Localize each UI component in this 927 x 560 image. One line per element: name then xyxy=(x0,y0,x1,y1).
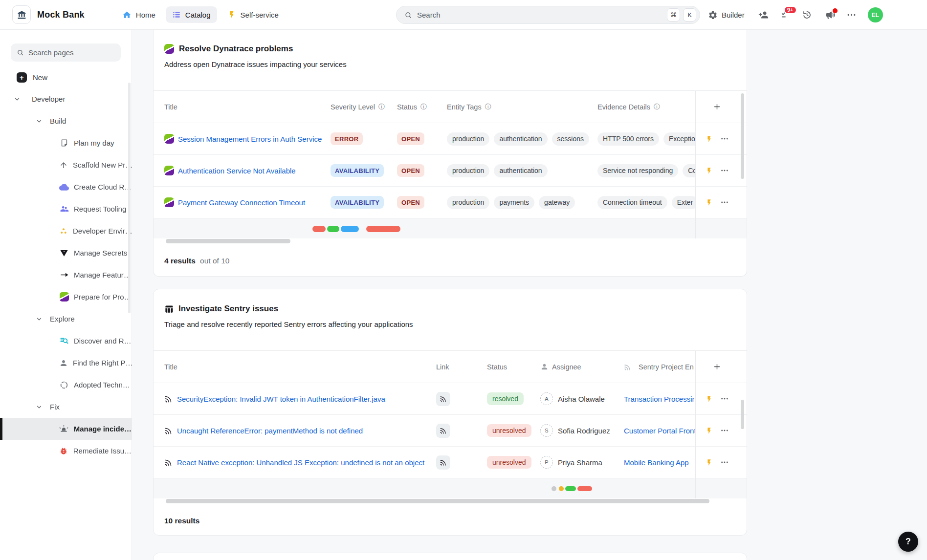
history-icon[interactable] xyxy=(802,10,812,20)
add-column-button[interactable] xyxy=(713,363,721,371)
sidebar-search[interactable] xyxy=(11,43,121,62)
nav-catalog[interactable]: Catalog xyxy=(166,6,217,23)
sidebar-scrollbar[interactable] xyxy=(128,83,131,313)
table-row[interactable]: React Native exception: Unhandled JS Exc… xyxy=(154,446,747,478)
col-entity-tags[interactable]: Entity Tags xyxy=(447,103,482,111)
run-action-bolt-icon[interactable] xyxy=(706,135,713,143)
status-badge: resolved xyxy=(487,392,524,405)
row-more-icon[interactable] xyxy=(721,458,728,466)
evidence-tag: Exter xyxy=(672,196,695,209)
sidebar-group-explore[interactable]: Explore xyxy=(0,308,132,330)
row-more-icon[interactable] xyxy=(721,198,728,206)
project-link[interactable]: Mobile Banking App xyxy=(624,458,689,467)
person-icon xyxy=(540,363,549,371)
table-row[interactable]: Uncaught ReferenceError: paymentMethod i… xyxy=(154,414,747,446)
sidebar-item-plan-my-day[interactable]: Plan my day xyxy=(0,132,132,154)
sidebar-search-input[interactable] xyxy=(28,48,126,57)
sidebar-item-manage-features[interactable]: Manage Featur… xyxy=(0,264,132,286)
col-link[interactable]: Link xyxy=(436,363,449,371)
col-evidence[interactable]: Evidence Details xyxy=(597,103,650,111)
status-badge: OPEN xyxy=(397,164,424,177)
more-menu-icon[interactable] xyxy=(847,10,856,20)
builder-button[interactable]: Builder xyxy=(708,10,745,20)
run-action-bolt-icon[interactable] xyxy=(706,395,713,403)
col-status[interactable]: Status xyxy=(487,363,507,371)
table-row[interactable]: Session Management Errors in Auth Servic… xyxy=(154,123,747,154)
table-row[interactable]: Authentication Service Not Available AVA… xyxy=(154,154,747,186)
arrow-up-icon xyxy=(59,161,68,170)
sidebar-item-create-cloud[interactable]: Create Cloud R… xyxy=(0,176,132,198)
vertical-scrollbar[interactable] xyxy=(741,93,744,179)
col-severity[interactable]: Severity Level xyxy=(331,103,375,111)
sidebar-new-button[interactable]: + New xyxy=(0,68,132,86)
sidebar-item-scaffold[interactable]: Scaffold New Pr… xyxy=(0,154,132,176)
issue-title-link[interactable]: Uncaught ReferenceError: paymentMethod i… xyxy=(177,427,363,435)
runs-checklist-icon[interactable]: 9+ xyxy=(780,10,790,20)
sidebar-item-request-tooling[interactable]: Request Tooling xyxy=(0,198,132,220)
row-more-icon[interactable] xyxy=(721,395,728,403)
run-action-bolt-icon[interactable] xyxy=(706,167,713,174)
sentry-link-button[interactable] xyxy=(436,455,450,470)
col-sentry-project[interactable]: Sentry Project En xyxy=(639,363,694,371)
problem-title-link[interactable]: Session Management Errors in Auth Servic… xyxy=(178,135,322,143)
problem-title-link[interactable]: Payment Gateway Connection Timeout xyxy=(178,198,305,207)
horizontal-scrollbar[interactable] xyxy=(166,239,290,243)
sentry-link-button[interactable] xyxy=(436,392,450,406)
table-row[interactable]: SecurityException: Invalid JWT token in … xyxy=(154,383,747,414)
assignee-name: Sofia Rodriguez xyxy=(558,427,610,435)
nav-self-service[interactable]: Self-service xyxy=(221,6,285,23)
issue-title-link[interactable]: SecurityException: Invalid JWT token in … xyxy=(177,395,385,403)
horizontal-scrollbar[interactable] xyxy=(166,499,709,503)
info-icon[interactable]: ⓘ xyxy=(420,103,427,111)
col-assignee[interactable]: Assignee xyxy=(552,363,581,371)
sidebar-item-adopted-tech[interactable]: Adopted Techn… xyxy=(0,374,132,396)
invite-user-icon[interactable] xyxy=(758,10,769,20)
sidebar-tree: Developer Build Plan my day Scaffold New… xyxy=(0,88,132,462)
row-more-icon[interactable] xyxy=(721,167,728,174)
col-title[interactable]: Title xyxy=(164,103,177,111)
project-link[interactable]: Customer Portal Front xyxy=(624,427,695,435)
info-icon[interactable]: ⓘ xyxy=(485,103,491,111)
run-action-bolt-icon[interactable] xyxy=(706,459,713,466)
entity-tag: gateway xyxy=(539,196,575,209)
info-icon[interactable]: ⓘ xyxy=(654,103,660,111)
row-more-icon[interactable] xyxy=(721,135,728,143)
sidebar-item-manage-secrets[interactable]: Manage Secrets xyxy=(0,242,132,264)
arrow-right-icon xyxy=(59,270,69,280)
severity-badge: ERROR xyxy=(331,132,363,145)
global-search[interactable]: ⌘ K xyxy=(396,6,700,24)
nav-home[interactable]: Home xyxy=(116,6,162,23)
skeleton-pill xyxy=(312,226,326,232)
sidebar-item-find-person[interactable]: Find the Right P… xyxy=(0,352,132,374)
sidebar-item-developer-env[interactable]: Developer Envir… xyxy=(0,220,132,242)
problem-title-link[interactable]: Authentication Service Not Available xyxy=(178,167,296,175)
project-link[interactable]: Transaction Processin xyxy=(624,395,695,403)
sentry-link-button[interactable] xyxy=(436,424,450,438)
global-search-input[interactable] xyxy=(417,11,664,19)
col-title[interactable]: Title xyxy=(164,363,177,371)
sidebar-group-build[interactable]: Build xyxy=(0,110,132,132)
bank-logo-icon[interactable] xyxy=(12,5,31,24)
avatar: S xyxy=(540,424,553,437)
issue-title-link[interactable]: React Native exception: Unhandled JS Exc… xyxy=(177,458,424,467)
row-more-icon[interactable] xyxy=(721,427,728,434)
table-header: Title Link Status Assignee Sentry Projec… xyxy=(154,351,747,383)
table-row[interactable]: Payment Gateway Connection Timeout AVAIL… xyxy=(154,186,747,218)
run-action-bolt-icon[interactable] xyxy=(706,199,713,206)
card-title: Investigate Sentry issues xyxy=(178,304,278,314)
info-icon[interactable]: ⓘ xyxy=(378,103,385,111)
col-status[interactable]: Status xyxy=(397,103,417,111)
sentry-icon xyxy=(164,426,173,435)
announcements-icon[interactable] xyxy=(825,10,835,20)
run-action-bolt-icon[interactable] xyxy=(706,427,713,434)
sidebar-group-fix[interactable]: Fix xyxy=(0,396,132,418)
vertical-scrollbar[interactable] xyxy=(741,400,744,429)
sidebar-item-remediate-issues[interactable]: Remediate Issu… xyxy=(0,440,132,462)
user-avatar[interactable]: EL xyxy=(868,7,883,22)
sidebar-item-manage-incidents[interactable]: Manage incide… xyxy=(0,418,132,440)
help-button[interactable]: ? xyxy=(898,532,918,552)
sidebar-item-prepare-prod[interactable]: Prepare for Pro… xyxy=(0,286,132,308)
sidebar-item-discover[interactable]: Discover and R… xyxy=(0,330,132,352)
add-column-button[interactable] xyxy=(713,103,721,111)
sidebar-group-developer[interactable]: Developer xyxy=(0,88,132,110)
